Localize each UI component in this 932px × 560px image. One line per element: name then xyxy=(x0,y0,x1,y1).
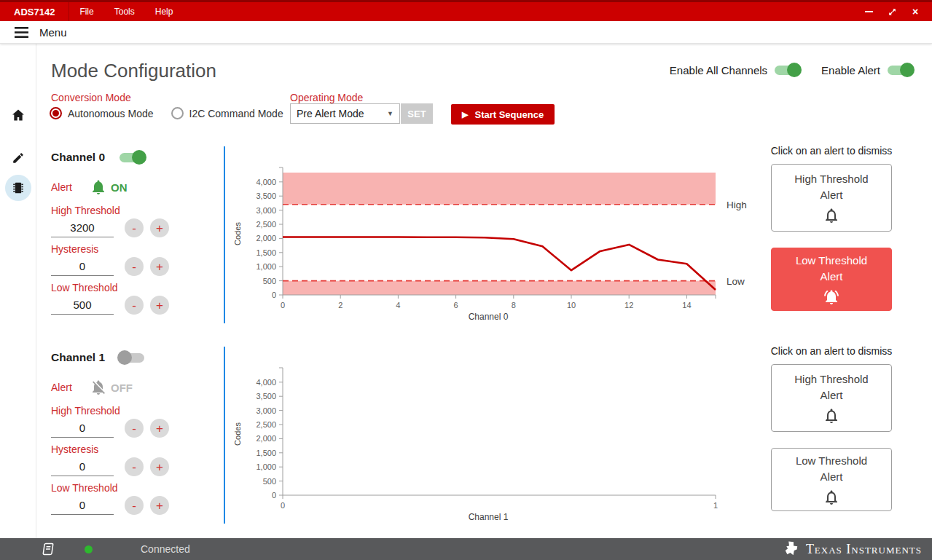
channel-0-section: Channel 0 Alert ON High Threshold - + Hy… xyxy=(0,142,932,335)
increment-button[interactable]: + xyxy=(150,218,169,237)
svg-text:4,000: 4,000 xyxy=(256,178,276,186)
channel-0-high-threshold-field: High Threshold - + xyxy=(51,205,226,237)
low-threshold-alert-button[interactable]: Low Threshold Alert xyxy=(771,448,892,511)
brand-name: Texas Instruments xyxy=(806,542,922,557)
svg-text:14: 14 xyxy=(682,301,691,309)
enable-alert-group: Enable Alert xyxy=(821,64,912,76)
svg-text:3,500: 3,500 xyxy=(256,392,276,401)
set-button[interactable]: SET xyxy=(401,103,433,124)
i2c-command-mode-radio[interactable] xyxy=(171,107,184,119)
alerts-hint: Click on an alert to dismiss xyxy=(771,345,893,357)
i2c-command-mode-option[interactable]: I2C Command Mode xyxy=(171,107,283,119)
decrement-button[interactable]: - xyxy=(125,218,144,237)
start-sequence-button[interactable]: ▶ Start Sequence xyxy=(451,104,555,125)
home-icon[interactable] xyxy=(0,108,36,122)
start-sequence-label: Start Sequence xyxy=(474,109,544,120)
edit-icon[interactable] xyxy=(0,151,36,165)
low-threshold-input[interactable] xyxy=(51,296,114,315)
play-icon: ▶ xyxy=(462,110,468,119)
enable-all-channels-toggle[interactable] xyxy=(775,66,799,75)
autonomous-mode-radio[interactable] xyxy=(50,107,62,119)
maximize-icon[interactable] xyxy=(884,4,900,19)
close-icon[interactable]: × xyxy=(907,4,923,19)
decrement-button[interactable]: - xyxy=(125,419,144,438)
high-threshold-input[interactable] xyxy=(51,419,114,438)
conversion-mode-options: Autonomous Mode I2C Command Mode xyxy=(50,107,283,119)
increment-button[interactable]: + xyxy=(150,257,169,276)
bell-outline-icon xyxy=(823,489,840,506)
i2c-command-mode-label: I2C Command Mode xyxy=(189,108,283,119)
operating-mode-value: Pre Alert Mode xyxy=(297,108,364,119)
svg-text:1,500: 1,500 xyxy=(256,449,276,457)
low-threshold-label: Low Threshold xyxy=(51,482,226,494)
hysteresis-input[interactable] xyxy=(51,458,114,476)
section-divider xyxy=(224,347,225,524)
svg-text:0: 0 xyxy=(281,501,285,510)
svg-text:1: 1 xyxy=(713,501,718,510)
low-threshold-alert-button[interactable]: Low Threshold Alert xyxy=(771,248,892,311)
channel-1-alert-row: Alert OFF xyxy=(51,379,133,396)
svg-text:2,500: 2,500 xyxy=(256,420,276,429)
svg-text:3,500: 3,500 xyxy=(256,192,276,200)
channel-1-high-threshold-field: High Threshold - + xyxy=(51,405,226,438)
svg-text:10: 10 xyxy=(567,301,576,309)
low-threshold-alert-label: Low Threshold Alert xyxy=(788,253,874,285)
hysteresis-label: Hysteresis xyxy=(51,443,226,455)
high-threshold-alert-label: High Threshold Alert xyxy=(788,371,874,403)
svg-text:12: 12 xyxy=(624,301,633,309)
title-bar: ADS7142 File Tools Help × xyxy=(0,0,932,21)
channel-0-enable-toggle[interactable] xyxy=(120,153,144,162)
log-book-icon[interactable] xyxy=(41,542,55,556)
increment-button[interactable]: + xyxy=(150,419,169,438)
low-threshold-input[interactable] xyxy=(51,497,114,515)
increment-button[interactable]: + xyxy=(150,457,169,476)
autonomous-mode-label: Autonomous Mode xyxy=(68,108,154,119)
operating-mode-label: Operating Mode xyxy=(290,92,363,103)
device-chip-icon[interactable] xyxy=(0,175,36,201)
channel-1-hysteresis-field: Hysteresis - + xyxy=(51,443,226,476)
svg-text:High: High xyxy=(727,200,747,210)
channel-1-name: Channel 1 xyxy=(51,351,105,364)
bell-off-icon xyxy=(90,379,107,396)
bell-icon xyxy=(90,178,107,196)
menu-file[interactable]: File xyxy=(69,7,103,17)
decrement-button[interactable]: - xyxy=(125,496,144,515)
low-threshold-label: Low Threshold xyxy=(51,282,226,293)
high-threshold-alert-button[interactable]: High Threshold Alert xyxy=(771,364,892,432)
enable-alert-label: Enable Alert xyxy=(821,64,880,76)
svg-text:3,000: 3,000 xyxy=(256,406,276,415)
svg-text:6: 6 xyxy=(454,301,458,309)
high-threshold-input[interactable] xyxy=(51,219,114,237)
channel-1-chart: 05001,0001,5002,0002,5003,0003,5004,0000… xyxy=(232,364,764,528)
decrement-button[interactable]: - xyxy=(125,457,144,476)
autonomous-mode-option[interactable]: Autonomous Mode xyxy=(50,107,154,119)
decrement-button[interactable]: - xyxy=(125,257,144,276)
app-title: ADS7142 xyxy=(0,7,68,17)
ti-texas-logo xyxy=(783,540,800,558)
svg-text:500: 500 xyxy=(263,477,276,486)
hamburger-menu-icon[interactable] xyxy=(15,27,28,38)
menu-help[interactable]: Help xyxy=(145,7,184,17)
svg-text:1,500: 1,500 xyxy=(256,248,276,257)
minimize-icon[interactable] xyxy=(861,4,877,19)
status-bar: Connected Texas Instruments xyxy=(0,538,932,560)
svg-text:1,000: 1,000 xyxy=(256,262,276,271)
hysteresis-input[interactable] xyxy=(51,258,114,276)
menu-bar-label[interactable]: Menu xyxy=(39,26,67,39)
channel-1-alert-state: OFF xyxy=(111,382,133,394)
decrement-button[interactable]: - xyxy=(125,296,144,315)
channel-1-low-threshold-field: Low Threshold - + xyxy=(51,482,226,515)
operating-mode-controls: Pre Alert Mode ▼ SET xyxy=(290,103,433,124)
enable-alert-toggle[interactable] xyxy=(888,66,912,75)
high-threshold-alert-button[interactable]: High Threshold Alert xyxy=(771,164,892,232)
bell-outline-icon xyxy=(823,207,840,224)
svg-text:Low: Low xyxy=(727,276,745,287)
svg-text:1,000: 1,000 xyxy=(256,462,276,471)
increment-button[interactable]: + xyxy=(150,496,169,515)
menu-tools[interactable]: Tools xyxy=(104,7,145,17)
increment-button[interactable]: + xyxy=(150,296,169,315)
operating-mode-select[interactable]: Pre Alert Mode ▼ xyxy=(290,103,400,124)
channel-1-enable-toggle[interactable] xyxy=(120,353,144,363)
high-threshold-alert-label: High Threshold Alert xyxy=(788,171,874,203)
svg-text:500: 500 xyxy=(263,277,276,285)
